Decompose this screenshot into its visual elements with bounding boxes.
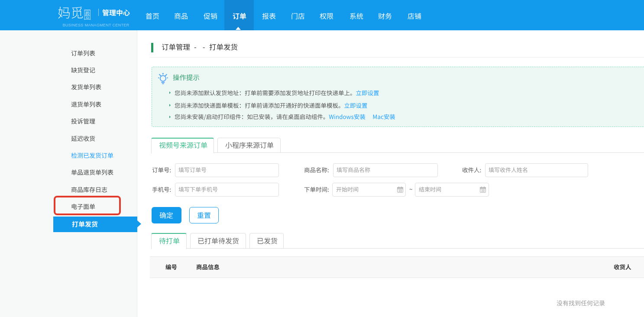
svg-text:23: 23 (399, 189, 402, 192)
svg-text:23: 23 (482, 189, 485, 192)
